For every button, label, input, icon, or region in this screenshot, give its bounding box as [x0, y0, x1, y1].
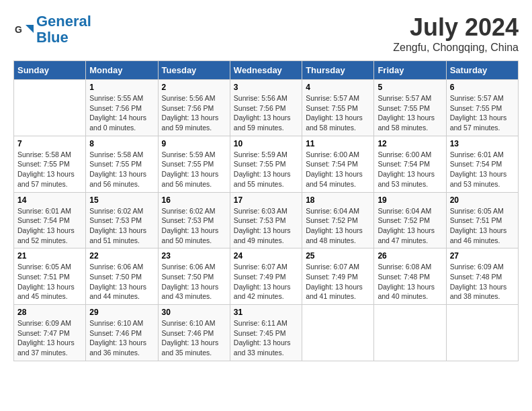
day-info: Sunrise: 6:09 AMSunset: 7:48 PMDaylight:… — [450, 262, 515, 302]
calendar-cell: 4Sunrise: 5:57 AMSunset: 7:55 PMDaylight… — [302, 80, 374, 136]
week-row-1: 1Sunrise: 5:55 AMSunset: 7:56 PMDaylight… — [14, 80, 519, 136]
day-number: 21 — [17, 251, 82, 261]
day-number: 24 — [234, 251, 298, 261]
calendar-cell: 24Sunrise: 6:07 AMSunset: 7:49 PMDayligh… — [230, 248, 302, 305]
day-info: Sunrise: 6:07 AMSunset: 7:49 PMDaylight:… — [306, 262, 370, 302]
day-number: 9 — [162, 139, 226, 148]
calendar-cell: 25Sunrise: 6:07 AMSunset: 7:49 PMDayligh… — [302, 248, 374, 305]
calendar-cell: 3Sunrise: 5:56 AMSunset: 7:56 PMDaylight… — [230, 80, 302, 136]
calendar-cell: 8Sunrise: 5:58 AMSunset: 7:55 PMDaylight… — [86, 136, 158, 192]
logo-icon: G — [13, 19, 34, 40]
column-header-sunday: Sunday — [14, 61, 86, 80]
day-info: Sunrise: 5:56 AMSunset: 7:56 PMDaylight:… — [162, 93, 226, 133]
calendar-cell: 11Sunrise: 6:00 AMSunset: 7:54 PMDayligh… — [302, 136, 374, 192]
logo: G General Blue — [13, 13, 91, 46]
day-info: Sunrise: 6:04 AMSunset: 7:52 PMDaylight:… — [378, 206, 442, 246]
day-info: Sunrise: 5:56 AMSunset: 7:56 PMDaylight:… — [234, 93, 298, 133]
day-number: 15 — [89, 195, 154, 205]
day-info: Sunrise: 5:58 AMSunset: 7:55 PMDaylight:… — [17, 150, 82, 189]
calendar-cell: 20Sunrise: 6:05 AMSunset: 7:51 PMDayligh… — [446, 192, 518, 248]
calendar-cell: 12Sunrise: 6:00 AMSunset: 7:54 PMDayligh… — [374, 136, 446, 192]
day-info: Sunrise: 5:57 AMSunset: 7:55 PMDaylight:… — [450, 93, 515, 133]
day-info: Sunrise: 5:57 AMSunset: 7:55 PMDaylight:… — [378, 93, 442, 133]
day-info: Sunrise: 5:57 AMSunset: 7:55 PMDaylight:… — [306, 93, 370, 133]
day-info: Sunrise: 6:03 AMSunset: 7:53 PMDaylight:… — [234, 206, 298, 246]
title-block: July 2024 Zengfu, Chongqing, China — [393, 13, 519, 54]
day-number: 26 — [378, 251, 442, 261]
day-number: 3 — [234, 83, 298, 92]
column-header-monday: Monday — [86, 61, 158, 80]
day-number: 25 — [306, 251, 370, 261]
day-number: 16 — [162, 195, 226, 205]
calendar-cell: 9Sunrise: 5:59 AMSunset: 7:55 PMDaylight… — [158, 136, 230, 192]
day-number: 17 — [234, 195, 298, 205]
calendar-cell: 28Sunrise: 6:09 AMSunset: 7:47 PMDayligh… — [14, 305, 86, 361]
day-number: 11 — [306, 139, 370, 148]
day-info: Sunrise: 6:05 AMSunset: 7:51 PMDaylight:… — [17, 262, 82, 302]
calendar-cell — [14, 80, 86, 136]
column-header-tuesday: Tuesday — [158, 61, 230, 80]
calendar-cell: 30Sunrise: 6:10 AMSunset: 7:46 PMDayligh… — [158, 305, 230, 361]
day-info: Sunrise: 6:11 AMSunset: 7:45 PMDaylight:… — [234, 318, 298, 358]
svg-text:G: G — [15, 24, 22, 35]
calendar-cell: 27Sunrise: 6:09 AMSunset: 7:48 PMDayligh… — [446, 248, 518, 305]
day-info: Sunrise: 5:58 AMSunset: 7:55 PMDaylight:… — [89, 150, 154, 189]
svg-marker-2 — [26, 25, 34, 33]
day-info: Sunrise: 5:59 AMSunset: 7:55 PMDaylight:… — [162, 150, 226, 189]
day-info: Sunrise: 6:04 AMSunset: 7:52 PMDaylight:… — [306, 206, 370, 246]
calendar-cell: 23Sunrise: 6:06 AMSunset: 7:50 PMDayligh… — [158, 248, 230, 305]
day-number: 8 — [89, 139, 154, 148]
day-info: Sunrise: 6:01 AMSunset: 7:54 PMDaylight:… — [450, 150, 515, 189]
page-header: G General Blue July 2024 Zengfu, Chongqi… — [13, 13, 519, 54]
calendar-cell: 26Sunrise: 6:08 AMSunset: 7:48 PMDayligh… — [374, 248, 446, 305]
day-number: 10 — [234, 139, 298, 148]
column-header-wednesday: Wednesday — [230, 61, 302, 80]
day-number: 4 — [306, 83, 370, 92]
day-number: 6 — [450, 83, 515, 92]
day-number: 19 — [378, 195, 442, 205]
day-info: Sunrise: 6:10 AMSunset: 7:46 PMDaylight:… — [162, 318, 226, 358]
day-number: 12 — [378, 139, 442, 148]
day-number: 27 — [450, 251, 515, 261]
day-number: 23 — [162, 251, 226, 261]
day-info: Sunrise: 6:02 AMSunset: 7:53 PMDaylight:… — [89, 206, 154, 246]
calendar-cell: 6Sunrise: 5:57 AMSunset: 7:55 PMDaylight… — [446, 80, 518, 136]
calendar-cell: 22Sunrise: 6:06 AMSunset: 7:50 PMDayligh… — [86, 248, 158, 305]
day-info: Sunrise: 6:00 AMSunset: 7:54 PMDaylight:… — [306, 150, 370, 189]
calendar-cell: 21Sunrise: 6:05 AMSunset: 7:51 PMDayligh… — [14, 248, 86, 305]
day-info: Sunrise: 6:01 AMSunset: 7:54 PMDaylight:… — [17, 206, 82, 246]
calendar-cell: 29Sunrise: 6:10 AMSunset: 7:46 PMDayligh… — [86, 305, 158, 361]
day-info: Sunrise: 6:06 AMSunset: 7:50 PMDaylight:… — [162, 262, 226, 302]
calendar-cell: 2Sunrise: 5:56 AMSunset: 7:56 PMDaylight… — [158, 80, 230, 136]
calendar-cell: 7Sunrise: 5:58 AMSunset: 7:55 PMDaylight… — [14, 136, 86, 192]
day-number: 14 — [17, 195, 82, 205]
day-info: Sunrise: 6:08 AMSunset: 7:48 PMDaylight:… — [378, 262, 442, 302]
week-row-4: 21Sunrise: 6:05 AMSunset: 7:51 PMDayligh… — [14, 248, 519, 305]
day-number: 2 — [162, 83, 226, 92]
day-number: 31 — [234, 308, 298, 317]
logo-text: General Blue — [36, 13, 91, 46]
day-number: 18 — [306, 195, 370, 205]
day-number: 29 — [89, 308, 154, 317]
day-info: Sunrise: 6:09 AMSunset: 7:47 PMDaylight:… — [17, 318, 82, 358]
week-row-2: 7Sunrise: 5:58 AMSunset: 7:55 PMDaylight… — [14, 136, 519, 192]
day-number: 30 — [162, 308, 226, 317]
month-title: July 2024 — [393, 13, 519, 42]
calendar-cell — [302, 305, 374, 361]
column-header-friday: Friday — [374, 61, 446, 80]
calendar-cell: 16Sunrise: 6:02 AMSunset: 7:53 PMDayligh… — [158, 192, 230, 248]
calendar-cell: 14Sunrise: 6:01 AMSunset: 7:54 PMDayligh… — [14, 192, 86, 248]
day-info: Sunrise: 6:10 AMSunset: 7:46 PMDaylight:… — [89, 318, 154, 358]
day-number: 1 — [89, 83, 154, 92]
header-row: SundayMondayTuesdayWednesdayThursdayFrid… — [14, 61, 519, 80]
column-header-thursday: Thursday — [302, 61, 374, 80]
day-info: Sunrise: 6:05 AMSunset: 7:51 PMDaylight:… — [450, 206, 515, 246]
day-info: Sunrise: 5:55 AMSunset: 7:56 PMDaylight:… — [89, 93, 154, 133]
week-row-5: 28Sunrise: 6:09 AMSunset: 7:47 PMDayligh… — [14, 305, 519, 361]
calendar-cell: 31Sunrise: 6:11 AMSunset: 7:45 PMDayligh… — [230, 305, 302, 361]
calendar-cell: 15Sunrise: 6:02 AMSunset: 7:53 PMDayligh… — [86, 192, 158, 248]
day-info: Sunrise: 6:00 AMSunset: 7:54 PMDaylight:… — [378, 150, 442, 189]
day-number: 22 — [89, 251, 154, 261]
day-number: 20 — [450, 195, 515, 205]
day-number: 13 — [450, 139, 515, 148]
